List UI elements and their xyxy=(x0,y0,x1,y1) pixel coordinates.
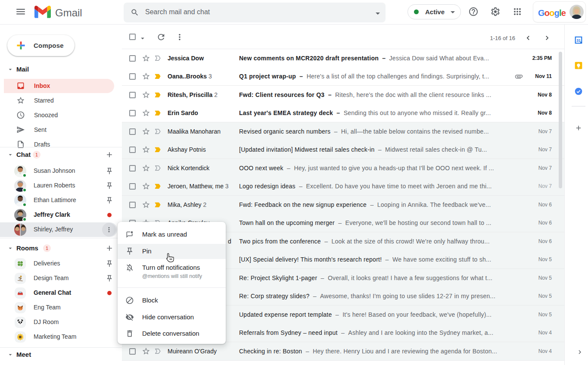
svg-text:31: 31 xyxy=(576,38,581,43)
